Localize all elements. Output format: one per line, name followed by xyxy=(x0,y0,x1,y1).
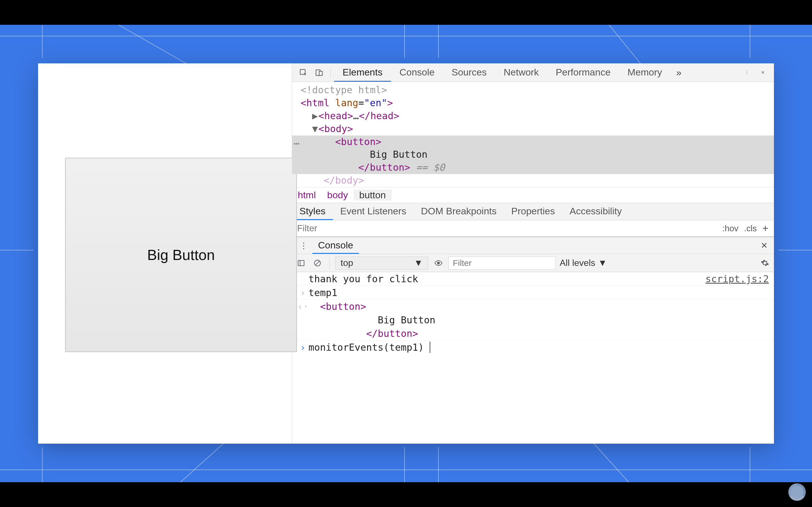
devtools-toolbar: Elements Console Sources Network Perform… xyxy=(292,63,774,82)
toolbar-divider xyxy=(331,67,331,78)
clear-console-icon[interactable] xyxy=(311,257,324,269)
styles-filter-row: :hov .cls + xyxy=(292,220,774,237)
console-filter-input[interactable] xyxy=(449,257,556,270)
svg-point-23 xyxy=(437,262,440,265)
gutter-ellipsis-icon[interactable]: ⋯ xyxy=(294,137,299,150)
console-input-row: › temp1 xyxy=(292,286,774,300)
styles-tab-properties[interactable]: Properties xyxy=(504,203,562,220)
styles-tab-accessibility[interactable]: Accessibility xyxy=(562,203,629,220)
dom-html-open[interactable]: <html lang="en"> xyxy=(292,97,774,110)
dom-body-close[interactable]: </body> xyxy=(292,174,774,187)
console-drawer: ⋮ Console ✕ top▼ xyxy=(292,237,774,444)
cls-toggle[interactable]: .cls xyxy=(744,224,757,233)
console-output-row: Big Button xyxy=(292,313,774,327)
context-select[interactable]: top▼ xyxy=(335,257,428,270)
console-log-message: thank you for click xyxy=(308,273,418,284)
console-body[interactable]: thank you for click script.js:2 › temp1 … xyxy=(292,272,774,444)
console-current-input[interactable]: monitorEvents(temp1) xyxy=(308,342,424,353)
console-drawer-header: ⋮ Console ✕ xyxy=(292,237,774,254)
console-prompt-row[interactable]: › monitorEvents(temp1) xyxy=(292,341,774,354)
rendered-page-panel: Big Button xyxy=(38,63,292,444)
svg-rect-19 xyxy=(298,260,304,266)
console-log-row: thank you for click script.js:2 xyxy=(292,272,774,286)
svg-line-22 xyxy=(315,261,319,265)
breadcrumb: html body button xyxy=(292,187,774,203)
devtools-panel: Elements Console Sources Network Perform… xyxy=(292,63,774,444)
letterbox-top xyxy=(0,0,812,25)
tab-sources[interactable]: Sources xyxy=(443,63,495,82)
dom-head[interactable]: ▶<head>…</head> xyxy=(292,110,774,122)
dom-selected-node[interactable]: ⋯ <button> Big Button </button> == $0 xyxy=(292,135,774,174)
dom-body-open[interactable]: ▼<body> xyxy=(292,122,774,135)
app-window: Big Button Elements Console Sources Netw… xyxy=(38,63,774,444)
tab-elements[interactable]: Elements xyxy=(334,63,391,82)
drawer-kebab-icon[interactable]: ⋮ xyxy=(299,240,308,250)
chevron-down-icon: ▼ xyxy=(414,258,423,268)
chrome-logo-icon xyxy=(788,483,806,501)
live-expression-icon[interactable] xyxy=(432,257,445,269)
log-levels-select[interactable]: All levels▼ xyxy=(560,258,607,268)
tab-console[interactable]: Console xyxy=(391,63,443,82)
styles-filter-input[interactable] xyxy=(292,223,717,233)
svg-rect-18 xyxy=(319,71,322,75)
console-toolbar: top▼ All levels▼ xyxy=(292,254,774,272)
devtools-tabs: Elements Console Sources Network Perform… xyxy=(334,63,670,82)
dom-tree[interactable]: <!doctype html> <html lang="en"> ▶<head>… xyxy=(292,82,774,187)
crumb-button[interactable]: button xyxy=(354,189,392,201)
letterbox-bottom xyxy=(0,482,812,507)
console-source-link[interactable]: script.js:2 xyxy=(705,273,769,284)
hov-toggle[interactable]: :hov xyxy=(722,224,739,233)
device-toggle-icon[interactable] xyxy=(313,66,325,79)
console-past-input: temp1 xyxy=(308,287,337,298)
styles-tab-dombreakpoints[interactable]: DOM Breakpoints xyxy=(414,203,504,220)
console-settings-icon[interactable] xyxy=(759,257,771,269)
big-button[interactable]: Big Button xyxy=(65,158,297,352)
drawer-close-icon[interactable]: ✕ xyxy=(757,240,771,250)
close-icon[interactable]: ✕ xyxy=(756,66,769,79)
tab-network[interactable]: Network xyxy=(495,63,547,82)
new-style-rule-icon[interactable]: + xyxy=(762,223,768,234)
styles-tab-styles[interactable]: Styles xyxy=(292,203,333,220)
dom-doctype[interactable]: <!doctype html> xyxy=(292,83,774,97)
chevron-down-icon: ▼ xyxy=(598,258,607,268)
tab-memory[interactable]: Memory xyxy=(619,63,671,82)
kebab-icon[interactable]: ⋮ xyxy=(741,66,753,79)
styles-pane-tabs: Styles Event Listeners DOM Breakpoints P… xyxy=(292,203,774,220)
more-tabs-icon[interactable]: » xyxy=(676,67,681,78)
drawer-tab-console[interactable]: Console xyxy=(312,237,359,254)
inspect-icon[interactable] xyxy=(297,66,310,79)
console-output-row: ‹· <button> xyxy=(292,300,774,313)
console-output-row: </button> xyxy=(292,327,774,341)
styles-tab-eventlisteners[interactable]: Event Listeners xyxy=(333,203,414,220)
crumb-body[interactable]: body xyxy=(321,189,354,201)
tab-performance[interactable]: Performance xyxy=(547,63,619,82)
